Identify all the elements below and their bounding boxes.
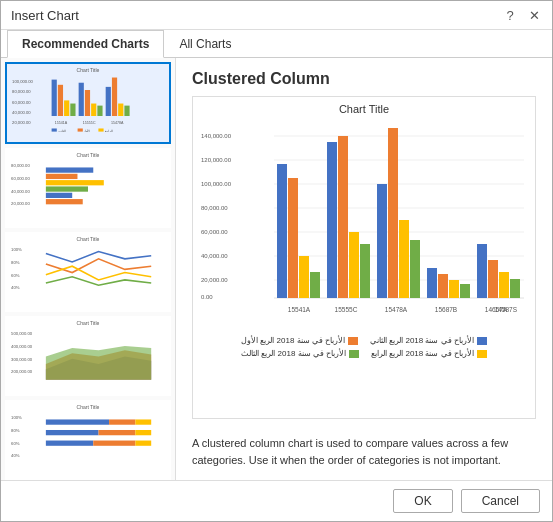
svg-rect-79: [310, 272, 320, 298]
svg-rect-8: [70, 104, 75, 116]
legend-label-4: الأرباح في سنة 2018 الربع الثالث: [241, 349, 346, 358]
svg-rect-31: [46, 174, 78, 179]
thumb-preview-4: Chart Title 500,000.00 400,000.00 300,00…: [9, 320, 167, 392]
svg-rect-7: [64, 100, 69, 116]
svg-text:80,000.00: 80,000.00: [11, 163, 30, 168]
legend-label-2: الأرباح في سنة 2018 الربع الأول: [241, 336, 345, 345]
thumb-bar[interactable]: Chart Title 80,000.00 60,000.00 40,000.0…: [5, 148, 171, 228]
thumb-line[interactable]: Chart Title 100% 80% 60% 40%: [5, 232, 171, 312]
svg-rect-30: [46, 167, 93, 172]
svg-rect-9: [79, 83, 84, 116]
svg-rect-78: [299, 256, 309, 298]
svg-rect-14: [112, 78, 117, 116]
tab-recommended-charts[interactable]: Recommended Charts: [7, 30, 164, 58]
svg-text:15541A: 15541A: [288, 306, 311, 313]
legend-color-1: [477, 337, 487, 345]
svg-text:80%: 80%: [11, 260, 20, 265]
svg-text:80%: 80%: [11, 428, 20, 433]
legend-item-2: الأرباح في سنة 2018 الربع الأول: [241, 336, 358, 345]
legend-color-2: [348, 337, 358, 345]
svg-rect-24: [98, 128, 103, 131]
svg-rect-81: [338, 136, 348, 298]
svg-rect-89: [438, 274, 448, 298]
svg-rect-22: [78, 128, 83, 131]
thumb-svg-2: 80,000.00 60,000.00 40,000.00 20,000.00: [9, 159, 167, 217]
svg-text:100%: 100%: [11, 247, 22, 252]
svg-rect-85: [388, 128, 398, 298]
chart-preview-area: Chart Title 140,000.00 120,000.00 100,00…: [192, 96, 536, 419]
svg-rect-92: [477, 244, 487, 298]
svg-rect-54: [46, 430, 99, 435]
svg-text:15555C: 15555C: [335, 306, 358, 313]
svg-text:15478A: 15478A: [385, 306, 408, 313]
svg-text:40,000.00: 40,000.00: [12, 110, 31, 115]
thumb-svg-1: 100,000.00 80,000.00 60,000.00 40,000.00…: [10, 74, 166, 132]
chart-type-title: Clustered Column: [192, 70, 536, 88]
svg-rect-77: [288, 178, 298, 298]
thumb-svg-5: 100% 80% 60% 40%: [9, 411, 167, 469]
thumb-title-4: Chart Title: [9, 320, 167, 326]
close-button[interactable]: ✕: [526, 7, 542, 23]
svg-rect-6: [58, 85, 63, 116]
svg-rect-57: [46, 441, 93, 446]
legend-color-4: [349, 350, 359, 358]
svg-text:120,000.00: 120,000.00: [201, 157, 232, 163]
preview-chart-title: Chart Title: [199, 103, 529, 115]
svg-text:200,000.00: 200,000.00: [11, 369, 33, 374]
svg-rect-83: [360, 244, 370, 298]
thumb-clustered-column[interactable]: Chart Title 100,000.00 80,000.00 60,000.…: [5, 62, 171, 144]
chart-container: Chart Title 140,000.00 120,000.00 100,00…: [193, 97, 535, 418]
svg-text:60,000.00: 60,000.00: [11, 176, 30, 181]
svg-rect-33: [46, 186, 88, 191]
svg-text:80,000.00: 80,000.00: [201, 205, 228, 211]
thumb-title-5: Chart Title: [9, 404, 167, 410]
title-bar-buttons: ? ✕: [502, 7, 542, 23]
svg-rect-51: [46, 419, 109, 424]
svg-rect-94: [499, 272, 509, 298]
svg-rect-55: [99, 430, 136, 435]
thumb-preview-1: Chart Title 100,000.00 80,000.00 60,000.…: [10, 67, 166, 139]
svg-text:15687B: 15687B: [435, 306, 457, 313]
cancel-button[interactable]: Cancel: [461, 489, 540, 513]
svg-text:300,000.00: 300,000.00: [11, 357, 33, 362]
tab-all-charts[interactable]: All Charts: [164, 30, 246, 58]
svg-text:15478A: 15478A: [111, 121, 124, 125]
chart-thumbnails-panel: Chart Title 100,000.00 80,000.00 60,000.…: [1, 58, 176, 480]
svg-rect-80: [327, 142, 337, 298]
svg-rect-20: [52, 128, 57, 131]
svg-rect-93: [488, 260, 498, 298]
svg-rect-12: [97, 106, 102, 116]
svg-rect-59: [135, 441, 151, 446]
svg-text:140,000.00: 140,000.00: [201, 133, 232, 139]
thumb-title-1: Chart Title: [10, 67, 166, 73]
svg-text:الأول: الأول: [84, 129, 90, 132]
svg-text:400,000.00: 400,000.00: [11, 344, 33, 349]
thumb-preview-3: Chart Title 100% 80% 60% 40%: [9, 236, 167, 308]
svg-rect-56: [135, 430, 151, 435]
svg-text:60%: 60%: [11, 441, 20, 446]
help-button[interactable]: ?: [502, 7, 518, 23]
svg-text:500,000.00: 500,000.00: [11, 331, 33, 336]
svg-text:15541A: 15541A: [55, 121, 68, 125]
chart-preview-panel: Clustered Column Chart Title 140,000.00 …: [176, 58, 552, 480]
svg-rect-82: [349, 232, 359, 298]
svg-rect-88: [427, 268, 437, 298]
svg-rect-52: [109, 419, 135, 424]
svg-rect-76: [277, 164, 287, 298]
svg-rect-53: [135, 419, 151, 424]
tabs-row: Recommended Charts All Charts: [1, 30, 552, 58]
dialog-footer: OK Cancel: [1, 480, 552, 521]
svg-rect-5: [52, 80, 57, 116]
svg-rect-87: [410, 240, 420, 298]
thumb-bar2[interactable]: Chart Title 100% 80% 60% 40%: [5, 400, 171, 480]
chart-legend: الأرباح في سنة 2018 الربع الثاني الأرباح…: [199, 336, 529, 358]
legend-item-4: الأرباح في سنة 2018 الربع الثالث: [241, 349, 359, 358]
svg-text:60,000.00: 60,000.00: [12, 100, 31, 105]
svg-rect-35: [46, 199, 83, 204]
ok-button[interactable]: OK: [393, 489, 452, 513]
svg-text:60%: 60%: [11, 273, 20, 278]
legend-item-1: الأرباح في سنة 2018 الربع الثاني: [370, 336, 487, 345]
thumb-area[interactable]: Chart Title 500,000.00 400,000.00 300,00…: [5, 316, 171, 396]
thumb-title-2: Chart Title: [9, 152, 167, 158]
svg-rect-15: [118, 104, 123, 116]
